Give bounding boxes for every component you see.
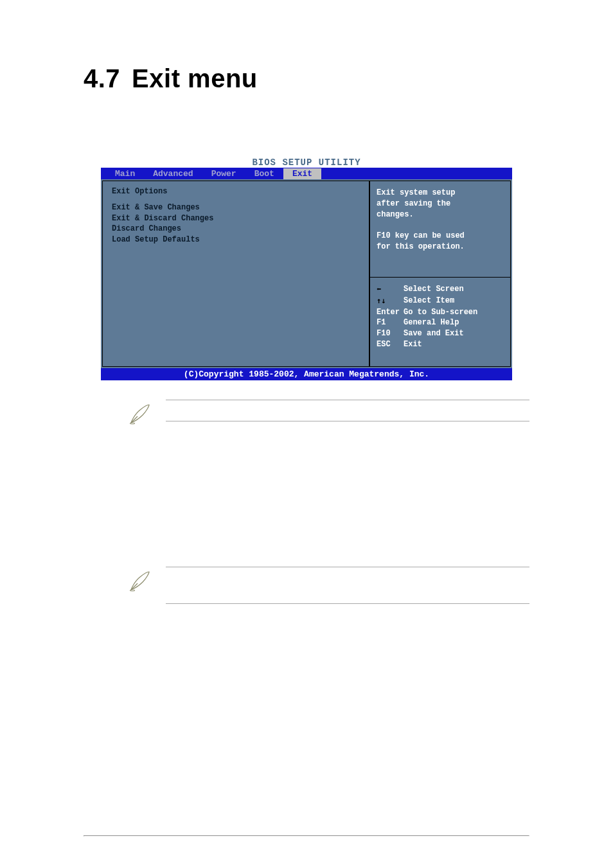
key-select-screen: Select Screen xyxy=(404,284,464,296)
bios-tab-bar: Main Advanced Power Boot Exit xyxy=(101,168,512,179)
load-setup-defaults: Load Setup Defaults xyxy=(112,235,360,245)
bios-tab-main: Main xyxy=(106,168,144,179)
bios-keys-panel: ⬅Select Screen ↑↓Select Item EnterGo to … xyxy=(370,278,510,366)
bios-tab-power: Power xyxy=(202,168,245,179)
divider-line xyxy=(166,567,529,567)
divider-line xyxy=(166,603,529,604)
bios-setup-screenshot: BIOS SETUP UTILITY Main Advanced Power B… xyxy=(101,157,512,380)
quill-icon xyxy=(129,402,152,425)
key-exit: Exit xyxy=(404,339,422,350)
discard-changes: Discard Changes xyxy=(112,224,360,235)
divider-line xyxy=(166,421,529,421)
left-right-arrow-icon: ⬅ xyxy=(377,285,381,294)
up-down-arrow-icon: ↑↓ xyxy=(377,296,386,305)
key-general-help: General Help xyxy=(404,317,459,328)
svg-point-1 xyxy=(130,590,135,591)
bios-tab-exit: Exit xyxy=(283,168,321,179)
heading-title: Exit menu xyxy=(132,64,258,93)
bios-title: BIOS SETUP UTILITY xyxy=(101,157,512,168)
exit-options-header: Exit Options xyxy=(112,186,360,197)
divider-line xyxy=(166,400,529,400)
bios-help-text: Exit system setup after saving the chang… xyxy=(377,188,504,252)
note-block-1 xyxy=(129,400,529,425)
heading-number: 4.7 xyxy=(84,64,120,93)
bios-left-panel: Exit Options Exit & Save Changes Exit & … xyxy=(102,181,369,367)
note-block-2 xyxy=(129,567,529,604)
exit-save-changes: Exit & Save Changes xyxy=(112,202,360,213)
bios-copyright-footer: (C)Copyright 1985-2002, American Megatre… xyxy=(101,368,512,380)
key-f10: F10 xyxy=(377,328,400,339)
key-enter: Enter xyxy=(377,307,400,318)
key-f1: F1 xyxy=(377,317,400,328)
key-save-exit: Save and Exit xyxy=(404,328,464,339)
bios-help-panel: Exit system setup after saving the chang… xyxy=(370,181,510,278)
key-select-item: Select Item xyxy=(404,296,454,307)
bios-tab-boot: Boot xyxy=(245,168,283,179)
bios-tab-advanced: Advanced xyxy=(144,168,202,179)
key-sub-screen: Go to Sub-screen xyxy=(404,307,477,318)
key-esc: ESC xyxy=(377,339,400,350)
quill-icon xyxy=(129,569,152,592)
svg-point-0 xyxy=(130,423,135,424)
page-footer-divider xyxy=(84,835,529,837)
exit-discard-changes: Exit & Discard Changes xyxy=(112,213,360,224)
page-heading: 4.7Exit menu xyxy=(84,64,529,93)
